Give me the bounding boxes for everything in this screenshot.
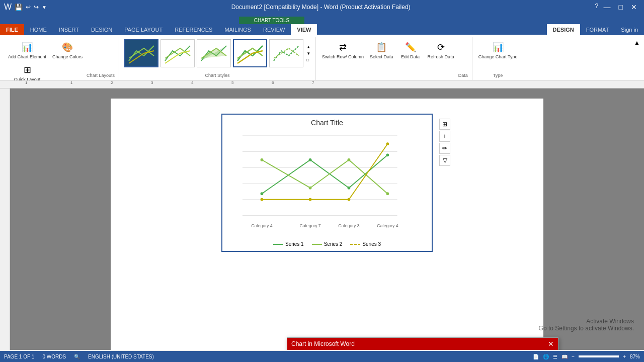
tab-view[interactable]: VIEW [291,24,317,35]
title-bar-left: W 💾 ↩ ↪ ▼ [4,3,47,12]
chart-filters-btn[interactable]: ▽ [439,155,450,166]
gallery-scroll: ▲ ▼ □ [305,44,311,63]
legend-series3-label: Series 3 [362,241,381,247]
ruler: 1 1 2 3 4 5 6 7 [0,80,644,88]
quick-access-more[interactable]: ▼ [42,5,47,10]
title-bar-controls: ? — □ ✕ [595,2,640,12]
status-right: 📄 🌐 ☰ 📖 − + 87% [533,354,640,359]
add-chart-element-btn[interactable]: 📊 Add Chart Element [6,39,48,61]
svg-point-25 [261,198,264,201]
ribbon: 📊 Add Chart Element ⊞ Quick Layout 🎨 Cha… [0,35,644,80]
tab-file[interactable]: FILE [0,24,24,35]
view-web-btn[interactable]: 🌐 [543,354,549,359]
chart-style-5[interactable] [269,39,303,67]
quick-access-save[interactable]: 💾 [15,4,23,11]
chart-elements-btn[interactable]: + [439,131,450,142]
document-title: Document2 [Compatibility Mode] - Word (P… [47,4,595,11]
chart-layouts-group: 📊 Add Chart Element ⊞ Quick Layout 🎨 Cha… [2,37,119,80]
zoom-in-btn[interactable]: + [623,354,626,359]
gallery-up[interactable]: ▲ [305,44,311,50]
data-group: ⇄ Switch Row/ Column 📋 Select Data ✏️ Ed… [316,37,472,80]
change-colors-btn[interactable]: 🎨 Change Colors [50,39,85,61]
add-chart-icon: 📊 [20,40,34,54]
view-normal-btn[interactable]: 📄 [533,354,539,359]
select-data-btn[interactable]: 📋 Select Data [368,39,395,61]
refresh-data-btn[interactable]: ⟳ Refresh Data [426,39,456,61]
quick-access-redo[interactable]: ↪ [34,4,39,11]
tab-home[interactable]: HOME [24,24,53,35]
popup-title: Chart in Microsoft Word [291,340,355,347]
switch-row-column-label: Switch Row/ Column [322,54,364,60]
document-area: Chart Title 6 5 [10,88,644,350]
tab-mailings[interactable]: MAILINGS [218,24,257,35]
spreadsheet-popup: Chart in Microsoft Word ✕ 📊 💾 ↩ ↪ 📋 📌 [287,337,558,350]
document: Chart Title 6 5 [111,99,543,350]
zoom-slider[interactable] [579,355,619,357]
chart-side-buttons: ⊞ + ✏ ▽ [439,119,450,166]
quick-access-undo[interactable]: ↩ [26,4,31,11]
chart-legend: Series 1 Series 2 Series 3 [222,239,432,251]
maximize-btn[interactable]: □ [616,2,626,12]
tab-chart-design[interactable]: DESIGN [547,24,580,35]
select-data-icon: 📋 [374,40,388,54]
chart-styles-side-btn[interactable]: ✏ [439,143,450,154]
tab-page-layout[interactable]: PAGE LAYOUT [118,24,169,35]
svg-point-17 [261,192,264,195]
help-icon[interactable]: ? [595,2,598,12]
chart-style-2[interactable] [160,39,195,67]
tab-insert[interactable]: INSERT [53,24,85,35]
select-data-label: Select Data [370,54,393,60]
change-chart-type-btn[interactable]: 📊 Change Chart Type [476,39,520,61]
change-chart-type-label: Change Chart Type [478,54,518,60]
type-group-label: Type [493,72,503,78]
svg-point-20 [386,153,389,156]
svg-point-28 [386,142,389,145]
view-outline-btn[interactable]: ☰ [553,354,557,359]
tab-references[interactable]: REFERENCES [169,24,218,35]
switch-row-column-btn[interactable]: ⇄ Switch Row/ Column [320,39,366,61]
gallery-more[interactable]: □ [305,57,311,63]
svg-point-19 [348,187,351,190]
legend-series2-label: Series 2 [324,241,343,247]
legend-series3: Series 3 [350,241,381,247]
edit-data-icon: ✏️ [404,40,418,54]
refresh-data-icon: ⟳ [434,40,448,54]
view-read-btn[interactable]: 📖 [561,354,568,359]
svg-point-18 [309,158,312,161]
chart-svg: 6 5 4 3 2 1 0 Category 4 Category 7 Cate… [243,134,417,234]
svg-text:Category 4: Category 4 [251,224,272,229]
svg-text:Category 7: Category 7 [299,224,320,229]
popup-close-btn[interactable]: ✕ [548,340,554,348]
zoom-level: 87% [630,354,640,359]
chart-container[interactable]: Chart Title 6 5 [221,114,433,252]
chart-layout-btn[interactable]: ⊞ [439,119,450,130]
page-info: PAGE 1 OF 1 [4,354,34,359]
switch-row-column-icon: ⇄ [336,40,350,54]
change-colors-label: Change Colors [52,54,83,60]
svg-point-27 [348,198,351,201]
svg-point-22 [309,187,312,190]
legend-series2: Series 2 [312,241,343,247]
chart-style-3[interactable] [197,39,231,67]
tabs-row: FILE HOME INSERT DESIGN PAGE LAYOUT REFE… [0,24,644,35]
legend-series1: Series 1 [273,241,304,247]
word-count: 0 WORDS [42,354,66,359]
edit-data-btn[interactable]: ✏️ Edit Data [397,39,424,61]
zoom-out-btn[interactable]: − [572,354,575,359]
svg-point-26 [309,198,312,201]
language: ENGLISH (UNITED STATES) [88,354,154,359]
gallery-down[interactable]: ▼ [305,50,311,57]
signin-btn[interactable]: Sign in [615,24,644,35]
chart-style-4[interactable] [233,39,267,67]
svg-point-23 [348,158,351,161]
tab-review[interactable]: REVIEW [257,24,291,35]
chart-style-1[interactable] [124,39,158,67]
collapse-ribbon-btn[interactable]: ▲ [632,37,642,48]
spell-check-icon[interactable]: 🔍 [74,354,80,359]
close-btn[interactable]: ✕ [628,2,640,12]
main-area: Chart Title 6 5 [0,88,644,350]
title-bar: W 💾 ↩ ↪ ▼ Document2 [Compatibility Mode]… [0,0,644,14]
tab-design[interactable]: DESIGN [85,24,118,35]
tab-chart-format[interactable]: FORMAT [580,24,615,35]
minimize-btn[interactable]: — [601,2,614,12]
